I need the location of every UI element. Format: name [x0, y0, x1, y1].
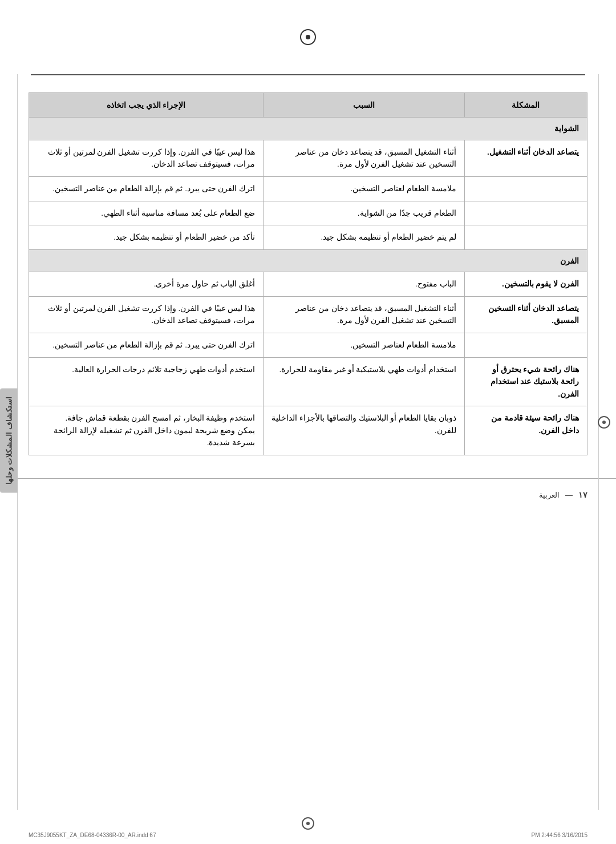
cell-action: استخدم وظيفة البخار، ثم امسح الفرن بقطعة…	[29, 406, 264, 455]
table-row: هناك رائحة سيئة قادمة من داخل الفرن.ذوبا…	[29, 406, 587, 455]
section-header-row: الفرن	[29, 249, 587, 272]
cell-problem: يتصاعد الدخان أثناء التشغيل.	[464, 140, 587, 176]
table-row: لم يتم خضير الطعام أو تنظيمه بشكل جيد.تأ…	[29, 225, 587, 250]
cell-problem	[464, 201, 587, 225]
cell-action: اترك الفرن حتى يبرد. ثم قم بإزالة الطعام…	[29, 333, 264, 357]
footer-right: 3/16/2015 2:44:56 PM	[532, 832, 587, 838]
cell-problem: يتصاعد الدخان أثناء التسخين المسبق.	[464, 296, 587, 333]
bottom-page-info: ١٧ — العربية	[539, 490, 587, 499]
table-row: الفرن لا يقوم بالتسخين.الباب مفتوح.أغلق …	[29, 272, 587, 297]
top-section	[0, 0, 616, 74]
footer: 3/16/2015 2:44:56 PM MC35J9055KT_ZA_DE68…	[0, 832, 616, 838]
right-margin-circle	[598, 416, 610, 429]
cell-problem	[464, 333, 587, 357]
cell-action: استخدم أدوات طهي زجاجية تلائم درجات الحر…	[29, 357, 264, 406]
footer-circle	[302, 817, 314, 830]
cell-problem	[464, 225, 587, 250]
cell-action: تأكد من خضير الطعام أو تنظيمه بشكل جيد.	[29, 225, 264, 250]
page-separator: —	[565, 491, 573, 499]
cell-cause: الطعام قريب جدًا من الشواية.	[264, 201, 464, 225]
bottom-section: ١٧ — العربية	[0, 478, 616, 505]
cell-cause: ملامسة الطعام لعناصر التسخين.	[264, 176, 464, 201]
page-number: ١٧	[578, 490, 587, 499]
cell-cause: أثناء التشغيل المسبق، قد يتصاعد دخان من …	[264, 140, 464, 176]
table-row: هناك رائحة شيء يحترق أو رائحة بلاستيك عن…	[29, 357, 587, 406]
table-row: يتصاعد الدخان أثناء التسخين المسبق.أثناء…	[29, 296, 587, 333]
cell-problem	[464, 176, 587, 201]
footer-left: MC35J9055KT_ZA_DE68-04336R-00_AR.indd 67	[29, 832, 156, 838]
cell-cause: الباب مفتوح.	[264, 272, 464, 297]
table-row: ملامسة الطعام لعناصر التسخين.اترك الفرن …	[29, 176, 587, 201]
cell-action: أغلق الباب ثم حاول مرة أخرى.	[29, 272, 264, 297]
header-action: الإجراء الذي يجب اتخاذه	[29, 93, 264, 118]
language-label: العربية	[539, 491, 560, 499]
cell-cause: استخدام أدوات طهي بلاستيكية أو غير مقاوم…	[264, 357, 464, 406]
cell-action: هذا ليس عيبًا في الفرن. وإذا كررت تشغيل …	[29, 296, 264, 333]
main-content: المشكلة السبب الإجراء الذي يجب اتخاذه ال…	[0, 75, 616, 473]
cell-problem: هناك رائحة سيئة قادمة من داخل الفرن.	[464, 406, 587, 455]
side-tab: استكشاف المشكلات وحلها	[0, 388, 18, 492]
section-header-row: الشواية	[29, 118, 587, 140]
header-cause: السبب	[264, 93, 464, 118]
cell-action: هذا ليس عيبًا في الفرن. وإذا كررت تشغيل …	[29, 140, 264, 176]
cell-problem: الفرن لا يقوم بالتسخين.	[464, 272, 587, 297]
table-row: الطعام قريب جدًا من الشواية.ضع الطعام عل…	[29, 201, 587, 225]
cell-action: ضع الطعام على بُعد مسافة مناسبة أثناء ال…	[29, 201, 264, 225]
table-header-row: المشكلة السبب الإجراء الذي يجب اتخاذه	[29, 93, 587, 118]
cell-problem: هناك رائحة شيء يحترق أو رائحة بلاستيك عن…	[464, 357, 587, 406]
header-problem: المشكلة	[464, 93, 587, 118]
table-row: يتصاعد الدخان أثناء التشغيل.أثناء التشغي…	[29, 140, 587, 176]
trouble-table: المشكلة السبب الإجراء الذي يجب اتخاذه ال…	[29, 92, 587, 455]
cell-cause: ملامسة الطعام لعناصر التسخين.	[264, 333, 464, 357]
cell-cause: لم يتم خضير الطعام أو تنظيمه بشكل جيد.	[264, 225, 464, 250]
cell-cause: ذوبان بقايا الطعام أو البلاستيك والتصاقه…	[264, 406, 464, 455]
table-row: ملامسة الطعام لعناصر التسخين.اترك الفرن …	[29, 333, 587, 357]
cell-cause: أثناء التشغيل المسبق، قد يتصاعد دخان من …	[264, 296, 464, 333]
cell-action: اترك الفرن حتى يبرد. ثم قم بإزالة الطعام…	[29, 176, 264, 201]
top-circle-icon	[300, 29, 316, 45]
page: المشكلة السبب الإجراء الذي يجب اتخاذه ال…	[0, 0, 616, 844]
